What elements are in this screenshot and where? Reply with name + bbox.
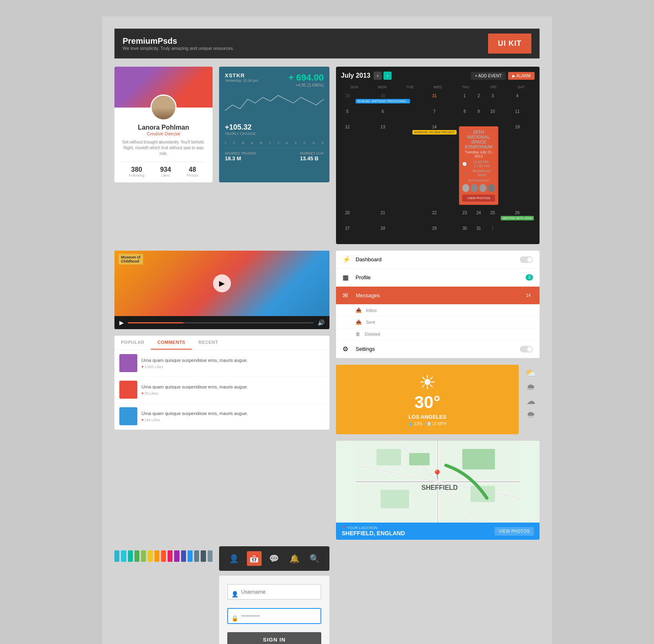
color-swatch[interactable] <box>128 550 133 562</box>
attendee-avatar <box>488 184 495 192</box>
cal-cell[interactable]: 9 <box>472 108 485 122</box>
map-background: SHEFFIELD 📍 <box>336 441 540 523</box>
menu-item-settings[interactable]: ⚙ Settings <box>336 340 540 358</box>
tab-popular[interactable]: POPULAR <box>114 336 151 350</box>
nav-search-icon[interactable]: 🔍 <box>307 551 322 566</box>
following-count: 380 <box>129 166 144 173</box>
menu-sub-sent[interactable]: 📤 Sent <box>336 316 540 328</box>
cal-cell[interactable]: 6 <box>355 108 411 122</box>
cal-cell[interactable]: 26 MEETING WITH JOHN <box>500 209 535 224</box>
tabs-header: POPULAR COMMENTS RECENT <box>114 336 329 350</box>
profile-banner <box>114 67 213 108</box>
color-swatch[interactable] <box>174 550 179 562</box>
event-time: 15:00 PM - 17:00 PM <box>468 160 495 168</box>
cal-cell[interactable]: 7 <box>412 108 457 122</box>
nav-bell-icon[interactable]: 🔔 <box>287 551 302 566</box>
stock-months: JFMAMJJASOND <box>225 141 324 144</box>
alarm-btn[interactable]: ▶ ALARM <box>508 72 535 80</box>
nav-calendar-icon[interactable]: 📅 <box>247 551 262 566</box>
color-swatch[interactable] <box>188 550 193 562</box>
password-input[interactable] <box>227 608 321 624</box>
cal-cell[interactable]: 11 <box>500 108 535 122</box>
cal-cell[interactable]: 12 <box>341 123 354 208</box>
cal-cell[interactable]: 23 <box>458 209 471 224</box>
tab-recent[interactable]: RECENT <box>192 336 224 350</box>
sign-in-button[interactable]: SIGN IN <box>227 632 321 644</box>
settings-icon: ⚙ <box>343 345 351 353</box>
color-swatch[interactable] <box>155 550 159 562</box>
cal-cell[interactable]: 30 <box>458 224 471 239</box>
color-swatch[interactable] <box>201 550 206 562</box>
menu-sub-deleted[interactable]: 🗑 Deleted <box>336 328 540 340</box>
cal-cell[interactable]: 10 <box>486 108 499 122</box>
cal-cell[interactable]: 27 <box>341 224 354 239</box>
color-swatch[interactable] <box>181 550 186 562</box>
play-icon[interactable]: ▶ <box>119 319 124 326</box>
profile-icon: ▦ <box>343 274 351 281</box>
color-swatch[interactable] <box>161 550 166 562</box>
cal-cell[interactable]: 25 <box>486 209 499 224</box>
stat-photos: 48 Photos <box>187 166 198 177</box>
right-placeholder <box>336 546 540 644</box>
toggle-settings[interactable] <box>520 346 533 352</box>
cal-cell[interactable]: 29 <box>341 92 354 107</box>
cal-cell[interactable]: 21 <box>355 209 411 224</box>
progress-bar[interactable] <box>128 322 314 323</box>
cal-cell[interactable]: 4 <box>500 92 535 107</box>
menu-item-messages[interactable]: ✉ Messages 14 <box>336 287 540 305</box>
color-section <box>114 546 213 644</box>
dashboard-icon: ⚡ <box>343 256 351 263</box>
cal-cell[interactable]: 20 <box>341 209 354 224</box>
cal-cell[interactable]: 2 <box>472 92 485 107</box>
tab-comments[interactable]: COMMENTS <box>151 336 192 350</box>
cal-cell[interactable]: 8 <box>458 108 471 122</box>
cal-cell[interactable]: 5 <box>341 108 354 122</box>
toggle-dashboard[interactable] <box>520 256 533 263</box>
cal-cell[interactable]: 1 <box>458 92 471 107</box>
list-content: Urna quam quisque suspendisse eros, maur… <box>141 411 248 422</box>
weather-temp: 30° <box>344 393 511 412</box>
cal-next-btn[interactable]: › <box>383 72 392 80</box>
add-event-btn[interactable]: + ADD EVENT <box>471 72 506 80</box>
list-text: Urna quam quisque suspendisse eros, maur… <box>141 411 248 417</box>
play-button[interactable]: ▶ <box>213 274 231 292</box>
cal-cell[interactable]: 19 <box>500 123 535 208</box>
cal-cell-event: 26TH NATIONAL SPACE SYMPOSIUM Tuesday Ju… <box>458 123 499 208</box>
menu-item-dashboard[interactable]: ⚡ Dashboard <box>336 251 540 269</box>
nav-chat-icon[interactable]: 💬 <box>267 551 282 566</box>
menu-sub-inbox[interactable]: 📥 Inbox <box>336 305 540 316</box>
shares-label: SHARES TRADED <box>225 151 256 155</box>
cal-prev-btn[interactable]: ‹ <box>374 72 382 80</box>
color-swatch[interactable] <box>148 550 152 562</box>
color-swatch[interactable] <box>134 550 139 562</box>
color-swatch[interactable] <box>114 550 119 562</box>
cal-cell[interactable]: 13 <box>355 123 411 208</box>
volume-icon[interactable]: 🔊 <box>318 319 325 326</box>
login-form: 👤 🔒 SIGN IN Not a member? Sign up now <box>219 576 329 644</box>
color-swatch[interactable] <box>168 550 172 562</box>
cal-cell[interactable]: 31 <box>412 92 457 107</box>
nav-user-icon[interactable]: 👤 <box>227 551 242 566</box>
cal-cell[interactable]: 3 <box>486 92 499 107</box>
cal-cell[interactable]: 31 <box>472 224 485 239</box>
cal-cell[interactable]: 14 WORKING ON NEW PROJECT <box>412 123 457 208</box>
cal-cell[interactable]: 24 <box>472 209 485 224</box>
cal-cell[interactable]: 28 <box>355 224 411 239</box>
username-input[interactable] <box>227 584 321 600</box>
color-swatch[interactable] <box>141 550 146 562</box>
svg-rect-9 <box>376 449 401 465</box>
view-photos-btn[interactable]: VIEW PHOTOS <box>462 195 495 202</box>
top-bar: PremiumPsds We love simplicity. Truly am… <box>114 29 540 58</box>
color-swatch[interactable] <box>194 550 199 562</box>
cal-cell[interactable]: 1 <box>486 224 499 239</box>
inbox-icon: 📥 <box>356 307 362 313</box>
cal-cell[interactable]: 29 <box>412 224 457 239</box>
menu-item-profile[interactable]: ▦ Profile 8 <box>336 269 540 287</box>
bar-chart <box>310 120 324 137</box>
cal-cell[interactable]: 30 03:00 AM - BIRTHDAY PROCESSING... <box>355 92 411 107</box>
cal-cell[interactable]: 22 <box>412 209 457 224</box>
color-swatch[interactable] <box>208 550 213 562</box>
map-view-photos-btn[interactable]: VIEW PHOTOS <box>495 527 534 536</box>
color-swatch[interactable] <box>121 550 126 562</box>
attendee-avatar <box>462 184 469 192</box>
